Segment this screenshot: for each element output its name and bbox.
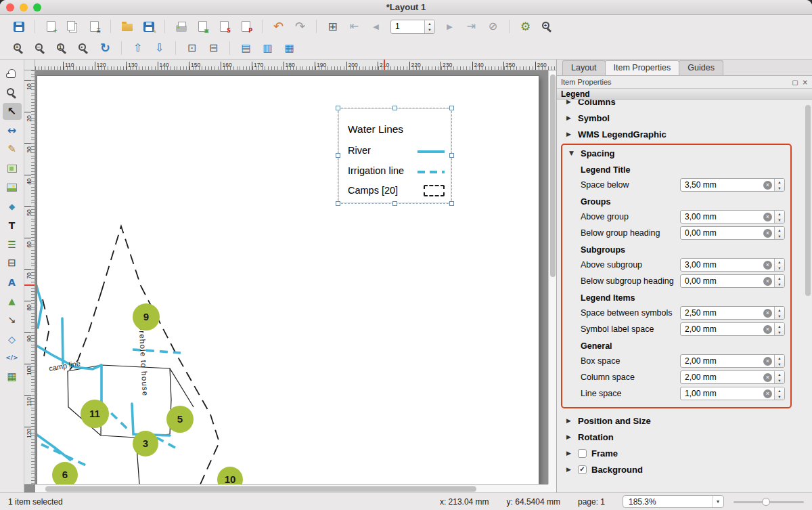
section-spacing[interactable]: ▼Spacing: [562, 145, 790, 161]
clear-value-icon[interactable]: ×: [763, 261, 772, 270]
frame-checkbox[interactable]: [578, 449, 587, 458]
export-pdf-button[interactable]: P: [237, 18, 255, 35]
lock-items-button[interactable]: ⊟: [204, 39, 223, 57]
space-between-symbols-spinbox[interactable]: 2,50 mm×▴▾: [680, 306, 785, 320]
stepper-down-icon[interactable]: ▾: [775, 265, 784, 271]
stepper-up-icon[interactable]: ▴: [775, 371, 784, 377]
add-marker-button[interactable]: ◆: [3, 198, 22, 215]
refresh-view-button[interactable]: ↻: [96, 39, 114, 57]
tab-layout[interactable]: Layout: [562, 60, 606, 75]
section-background[interactable]: ▶✓Background: [557, 461, 804, 477]
clear-value-icon[interactable]: ×: [763, 389, 772, 398]
clear-value-icon[interactable]: ×: [763, 325, 772, 334]
load-from-template-button[interactable]: [118, 18, 136, 35]
section-rotation[interactable]: ▶Rotation: [557, 429, 804, 445]
zoom-window-icon[interactable]: [33, 3, 41, 12]
spin-steppers[interactable]: ▴▾: [774, 211, 784, 223]
stepper-down-icon[interactable]: ▾: [775, 394, 784, 400]
selection-handle[interactable]: [392, 201, 397, 206]
box-space-spinbox[interactable]: 2,00 mm×▴▾: [680, 354, 785, 368]
stepper-down-icon[interactable]: ▾: [775, 377, 784, 383]
tab-item-properties[interactable]: Item Properties: [605, 60, 680, 75]
stepper-up-icon[interactable]: ▴: [775, 211, 784, 217]
undock-panel-icon[interactable]: ▢: [792, 79, 798, 86]
atlas-page-stepper[interactable]: ▴▾: [424, 20, 434, 33]
vertical-scrollbar-thumb[interactable]: [550, 75, 556, 277]
stepper-down-icon[interactable]: ▾: [775, 329, 784, 335]
clear-value-icon[interactable]: ×: [763, 309, 772, 318]
panel-scrollbar-thumb[interactable]: [805, 105, 811, 296]
lower-items-button[interactable]: ⇩: [150, 39, 168, 57]
stepper-up-icon[interactable]: ▴: [775, 355, 784, 361]
stepper-up-icon[interactable]: ▴: [775, 323, 784, 329]
selection-handle[interactable]: [336, 153, 340, 158]
new-layout-button[interactable]: +: [42, 18, 60, 35]
print-button[interactable]: [172, 18, 190, 35]
undo-button[interactable]: ↶: [269, 18, 288, 35]
clear-value-icon[interactable]: ×: [763, 373, 772, 382]
zoom-slider-thumb[interactable]: [762, 498, 770, 506]
atlas-page-input[interactable]: ▴▾: [390, 20, 435, 34]
group-items-button[interactable]: ⊡: [183, 39, 201, 57]
add-arrow-button[interactable]: ↘: [3, 312, 22, 328]
clear-value-icon[interactable]: ×: [763, 181, 772, 190]
stepper-down-icon[interactable]: ▾: [425, 26, 434, 33]
atlas-next-button[interactable]: ▶: [441, 18, 459, 35]
spin-steppers[interactable]: ▴▾: [774, 323, 784, 335]
clear-value-icon[interactable]: ×: [763, 357, 772, 366]
add-label-button[interactable]: T: [3, 217, 22, 234]
zoom-full-button[interactable]: ▪: [74, 39, 93, 57]
stepper-up-icon[interactable]: ▴: [775, 275, 784, 281]
redo-button[interactable]: ↷: [291, 18, 309, 35]
add-map-button[interactable]: [3, 160, 22, 177]
minimize-window-icon[interactable]: [20, 3, 28, 12]
legend-item[interactable]: Water Lines River Irrigation line Camps …: [338, 108, 451, 203]
select-move-item-button[interactable]: ↖: [3, 103, 22, 120]
atlas-refresh-button[interactable]: ⊘: [484, 18, 502, 35]
section-position-and-size[interactable]: ▶Position and Size: [557, 412, 804, 429]
atlas-preview-button[interactable]: ⊞: [323, 18, 342, 35]
save-as-template-button[interactable]: ✎: [139, 18, 158, 35]
vertical-scrollbar[interactable]: [548, 70, 556, 484]
add-scalebar-button[interactable]: ⊟: [3, 255, 22, 272]
selection-handle[interactable]: [392, 106, 397, 110]
above-group-spinbox[interactable]: 3,00 mm×▴▾: [680, 210, 785, 224]
close-window-icon[interactable]: [6, 3, 14, 12]
atlas-prev-button[interactable]: ◀: [367, 18, 385, 35]
clear-value-icon[interactable]: ×: [763, 213, 772, 221]
selection-handle[interactable]: [336, 201, 340, 206]
horizontal-scrollbar[interactable]: [35, 484, 548, 492]
close-panel-icon[interactable]: ×: [803, 79, 808, 86]
align-items-button[interactable]: ▤: [237, 39, 255, 57]
section-symbol[interactable]: ▶Symbol: [557, 110, 804, 126]
zoom-out-button[interactable]: −: [31, 39, 49, 57]
atlas-last-button[interactable]: ⇥: [462, 18, 480, 35]
zoom-level-combo[interactable]: 185.3% ▾: [623, 495, 724, 508]
below-subgroup-heading-spinbox[interactable]: 0,00 mm×▴▾: [680, 274, 785, 288]
selection-handle[interactable]: [449, 153, 454, 158]
stepper-down-icon[interactable]: ▾: [775, 281, 784, 287]
spin-steppers[interactable]: ▴▾: [774, 227, 784, 239]
stepper-down-icon[interactable]: ▾: [775, 361, 784, 367]
zoom-slider[interactable]: [734, 493, 804, 510]
stepper-up-icon[interactable]: ▴: [775, 259, 784, 265]
stepper-up-icon[interactable]: ▴: [425, 20, 434, 27]
background-checkbox[interactable]: ✓: [578, 465, 587, 474]
stepper-down-icon[interactable]: ▾: [775, 185, 784, 191]
edit-nodes-item-button[interactable]: ✎: [3, 141, 22, 158]
export-image-button[interactable]: ▣: [194, 18, 212, 35]
add-attribute-table-button[interactable]: ▦: [3, 368, 22, 385]
zoom-actual-button[interactable]: 1: [53, 39, 71, 57]
stepper-up-icon[interactable]: ▴: [775, 227, 784, 233]
save-project-button[interactable]: [9, 18, 28, 35]
stepper-up-icon[interactable]: ▴: [775, 307, 784, 313]
distribute-items-button[interactable]: ▥: [258, 39, 277, 57]
stepper-up-icon[interactable]: ▴: [775, 387, 784, 394]
combo-arrow-icon[interactable]: ▾: [712, 496, 723, 507]
horizontal-scrollbar-thumb[interactable]: [45, 486, 476, 492]
space-below-spinbox[interactable]: 3,50 mm×▴▾: [680, 178, 785, 192]
layout-manager-button[interactable]: ≣: [85, 18, 104, 35]
zoom-tool-button[interactable]: [3, 84, 22, 101]
zoom-in-button[interactable]: +: [9, 39, 28, 57]
add-html-button[interactable]: </>: [3, 349, 22, 366]
